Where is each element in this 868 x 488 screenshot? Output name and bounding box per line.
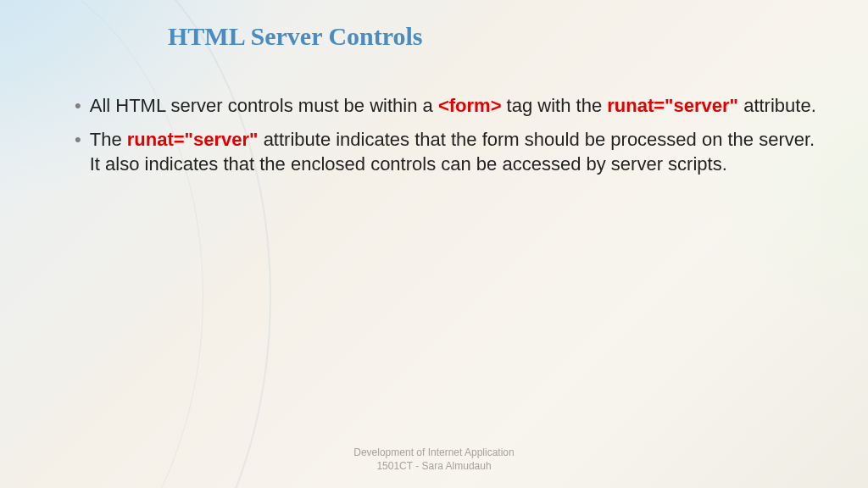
- slide-content: • All HTML server controls must be withi…: [90, 93, 817, 186]
- bullet-text: All HTML server controls must be within …: [90, 93, 817, 119]
- body-text: The: [90, 129, 127, 150]
- body-text: attribute.: [738, 95, 816, 116]
- body-text: All HTML server controls must be within …: [90, 95, 438, 116]
- slide-footer: Development of Internet Application 1501…: [0, 446, 868, 473]
- background-glow-right: [682, 17, 868, 356]
- bullet-item: • All HTML server controls must be withi…: [90, 93, 817, 119]
- body-text: tag with the: [502, 95, 608, 116]
- highlight-text: runat="server": [607, 95, 738, 116]
- slide-title: HTML Server Controls: [168, 22, 423, 51]
- highlight-text: runat="server": [127, 129, 259, 150]
- background-arc-outer: [0, 0, 271, 488]
- highlight-text: <form>: [438, 95, 502, 116]
- bullet-text: The runat="server" attribute indicates t…: [90, 127, 817, 177]
- footer-line-1: Development of Internet Application: [0, 446, 868, 459]
- bullet-marker-icon: •: [75, 127, 81, 177]
- footer-line-2: 1501CT - Sara Almudauh: [0, 459, 868, 473]
- background-arc-inner: [0, 0, 203, 488]
- bullet-marker-icon: •: [75, 93, 81, 119]
- bullet-item: • The runat="server" attribute indicates…: [90, 127, 817, 177]
